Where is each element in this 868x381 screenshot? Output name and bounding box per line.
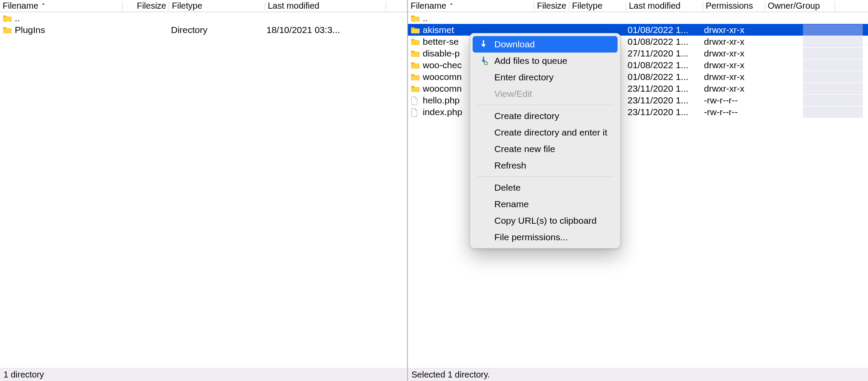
local-header: Filename ⌃ Filesize Filetype Last modifi…	[0, 0, 407, 12]
filename-text: woo-chec	[423, 60, 462, 70]
folder-icon	[411, 85, 420, 93]
file-row[interactable]: PlugInsDirectory18/10/2021 03:3...	[0, 24, 407, 36]
menu-item-refresh[interactable]: Refresh	[470, 157, 620, 174]
folder-icon	[411, 14, 420, 22]
menu-item-delete[interactable]: Delete	[470, 179, 620, 196]
menu-item-label: Enter directory	[494, 72, 554, 83]
filename-text: disable-p	[423, 48, 460, 59]
folder-icon	[411, 26, 420, 34]
filename-text: ..	[423, 13, 428, 23]
col-label: Owner/Group	[768, 1, 820, 11]
menu-item-download[interactable]: Download	[473, 36, 618, 53]
folder-icon	[3, 14, 12, 22]
cell-permissions: drwxr-xr-x	[701, 36, 763, 47]
cell-filename: ..	[408, 13, 534, 23]
col-modified[interactable]: Last modified	[265, 0, 386, 12]
cell-modified: 23/11/2020 1...	[625, 95, 701, 106]
filename-text: better-se	[423, 36, 459, 47]
status-text: 1 directory	[3, 370, 44, 380]
menu-item-rename[interactable]: Rename	[470, 196, 620, 212]
remote-statusbar: Selected 1 directory.	[408, 368, 868, 381]
col-filetype[interactable]: Filetype	[169, 0, 265, 12]
col-label: Filesize	[537, 1, 566, 11]
owner-placeholder	[803, 60, 863, 71]
filename-text: ..	[15, 13, 20, 23]
owner-placeholder	[803, 24, 863, 36]
col-filesize[interactable]: Filesize	[534, 0, 569, 12]
cell-permissions: drwxr-xr-x	[701, 83, 763, 94]
menu-item-copy-url-s-to-clipboard[interactable]: Copy URL(s) to clipboard	[470, 212, 620, 229]
cell-modified: 23/11/2020 1...	[625, 83, 701, 94]
menu-item-label: Create new file	[494, 144, 555, 154]
col-label: Filetype	[572, 1, 602, 11]
col-separator[interactable]	[386, 2, 386, 10]
local-pane: Filename ⌃ Filesize Filetype Last modifi…	[0, 0, 408, 381]
owner-placeholder	[803, 95, 863, 106]
cell-permissions: -rw-r--r--	[701, 95, 763, 106]
filename-text: index.php	[423, 107, 462, 117]
col-filename[interactable]: Filename ⌃	[408, 0, 534, 12]
menu-item-label: Refresh	[494, 160, 526, 171]
cell-permissions: drwxr-xr-x	[701, 72, 763, 82]
file-icon	[411, 96, 420, 104]
owner-placeholder	[803, 71, 863, 83]
folder-icon	[411, 38, 420, 46]
folder-icon	[411, 73, 420, 81]
filename-text: PlugIns	[15, 25, 45, 35]
menu-item-add-files-to-queue[interactable]: Add files to queue	[470, 53, 620, 69]
filename-text: hello.php	[423, 95, 460, 106]
col-filesize[interactable]: Filesize	[123, 0, 169, 12]
local-file-list[interactable]: ..PlugInsDirectory18/10/2021 03:3...	[0, 12, 407, 368]
menu-item-create-directory[interactable]: Create directory	[470, 108, 620, 124]
menu-separator	[477, 176, 613, 177]
menu-item-label: File permissions...	[494, 232, 568, 242]
menu-item-create-new-file[interactable]: Create new file	[470, 141, 620, 157]
cell-modified: 01/08/2022 1...	[625, 72, 701, 82]
owner-placeholder	[803, 48, 863, 59]
add-to-queue-icon	[479, 56, 488, 66]
menu-item-enter-directory[interactable]: Enter directory	[470, 69, 620, 86]
col-permissions[interactable]: Permissions	[703, 0, 765, 12]
cell-modified: 01/08/2022 1...	[625, 25, 701, 35]
filename-text: woocomn	[423, 83, 462, 94]
menu-item-create-directory-and-enter-it[interactable]: Create directory and enter it	[470, 124, 620, 141]
cell-modified: 01/08/2022 1...	[625, 60, 701, 70]
col-filename[interactable]: Filename ⌃	[0, 0, 122, 12]
local-statusbar: 1 directory	[0, 368, 407, 381]
col-filetype[interactable]: Filetype	[569, 0, 626, 12]
menu-item-label: Create directory	[494, 111, 559, 121]
cell-filename: PlugIns	[0, 25, 122, 35]
remote-header: Filename ⌃ Filesize Filetype Last modifi…	[408, 0, 868, 12]
menu-item-label: Rename	[494, 199, 529, 209]
file-icon	[411, 108, 420, 116]
cell-permissions: drwxr-xr-x	[701, 60, 763, 70]
download-icon	[479, 40, 488, 49]
sort-caret-icon: ⌃	[449, 2, 454, 9]
cell-permissions: drwxr-xr-x	[701, 25, 763, 35]
menu-item-label: Create directory and enter it	[494, 127, 607, 138]
file-row[interactable]: ..	[0, 12, 407, 24]
cell-permissions: drwxr-xr-x	[701, 48, 763, 59]
owner-placeholder	[803, 36, 863, 47]
owner-placeholder	[803, 83, 863, 94]
col-owner-group[interactable]: Owner/Group	[765, 0, 835, 12]
filename-text: woocomn	[423, 72, 462, 82]
file-row[interactable]: ..	[408, 12, 868, 24]
cell-modified: 23/11/2020 1...	[625, 107, 701, 117]
menu-item-label: Delete	[494, 182, 521, 193]
col-separator[interactable]	[835, 2, 835, 10]
owner-placeholder	[803, 106, 863, 118]
cell-modified: 27/11/2020 1...	[625, 48, 701, 59]
col-modified[interactable]: Last modified	[626, 0, 703, 12]
cell-filename: ..	[0, 13, 122, 23]
filename-text: akismet	[423, 25, 454, 35]
menu-item-file-permissions[interactable]: File permissions...	[470, 229, 620, 245]
cell-modified: 18/10/2021 03:3...	[264, 25, 385, 35]
status-text: Selected 1 directory.	[411, 370, 490, 380]
sort-caret-icon: ⌃	[41, 2, 46, 9]
folder-icon	[3, 26, 12, 34]
menu-item-label: Copy URL(s) to clipboard	[494, 215, 597, 226]
col-label: Filename	[411, 1, 446, 11]
folder-icon	[411, 50, 420, 57]
col-label: Filesize	[137, 1, 166, 11]
